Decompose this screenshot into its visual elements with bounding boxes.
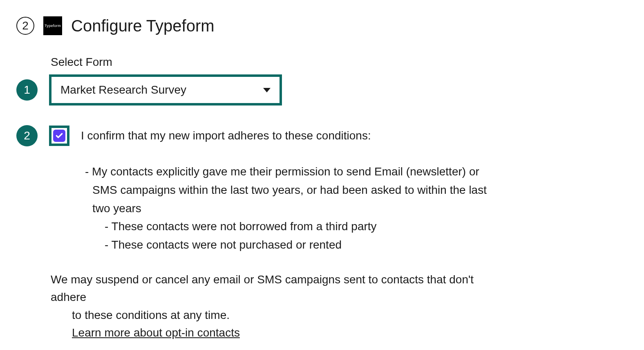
annotation-badge-1: 1	[16, 79, 38, 101]
footer-warning: We may suspend or cancel any email or SM…	[51, 271, 508, 342]
condition-sub-1: - These contacts were not borrowed from …	[75, 218, 500, 236]
confirm-row: 2 I confirm that my new import adheres t…	[16, 125, 628, 146]
form-select-dropdown[interactable]: Market Research Survey	[49, 74, 282, 105]
learn-more-link[interactable]: Learn more about opt-in contacts	[51, 324, 240, 341]
condition-sub-2: - These contacts were not purchased or r…	[75, 236, 500, 254]
content-area: Select Form 1 Market Research Survey 2 I…	[16, 56, 628, 342]
select-row: 1 Market Research Survey	[16, 74, 628, 105]
step-number-badge: 2	[16, 17, 34, 35]
condition-main: - My contacts explicitly gave me their p…	[75, 163, 500, 218]
step-header: 2 Typeform Configure Typeform	[16, 16, 628, 35]
footer-line1: We may suspend or cancel any email or SM…	[51, 271, 508, 306]
footer-line2: to these conditions at any time.	[51, 306, 508, 324]
select-value: Market Research Survey	[60, 83, 186, 96]
confirm-label: I confirm that my new import adheres to …	[81, 129, 371, 142]
typeform-logo: Typeform	[43, 16, 62, 35]
step-number: 2	[22, 19, 29, 32]
annotation-badge-2: 2	[16, 125, 38, 146]
check-icon	[55, 132, 63, 140]
checkbox-highlight	[49, 126, 69, 146]
chevron-down-icon	[263, 88, 271, 92]
confirm-checkbox[interactable]	[53, 130, 65, 142]
select-form-label: Select Form	[51, 56, 628, 69]
conditions-list: - My contacts explicitly gave me their p…	[51, 163, 500, 254]
logo-text: Typeform	[45, 24, 61, 28]
page-title: Configure Typeform	[71, 17, 215, 35]
